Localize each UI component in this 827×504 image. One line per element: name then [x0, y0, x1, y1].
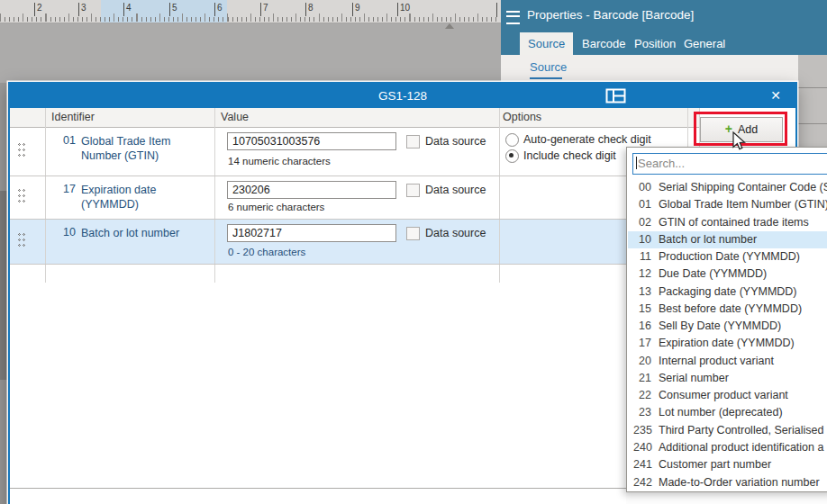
- identifier-code: 01: [54, 134, 76, 147]
- column-header-identifier: Identifier: [51, 111, 95, 123]
- drag-handle-icon[interactable]: [18, 143, 25, 159]
- tab-barcode[interactable]: Barcode: [574, 32, 633, 55]
- identifier-name: Global Trade Item Number (GTIN): [81, 134, 209, 163]
- dropdown-item[interactable]: 241Customer part number: [628, 456, 827, 473]
- dropdown-item[interactable]: 242Made-to-Order variation number: [628, 474, 827, 491]
- value-input[interactable]: [227, 181, 396, 199]
- value-hint: 14 numeric characters: [228, 156, 331, 166]
- dropdown-item[interactable]: 15Best before date (YYMMDD): [628, 301, 827, 318]
- properties-header: Properties - Barcode [Barcode] Source Ba…: [501, 0, 827, 55]
- table-row[interactable]: 17 Expiration date (YYMMDD) 6 numeric ch…: [10, 176, 700, 219]
- identifier-name: Expiration date (YYMMDD): [81, 183, 209, 212]
- dialog-title: GS1-128: [10, 89, 795, 103]
- horizontal-ruler: 2 3 4 5 6 7 8 9 10: [0, 0, 501, 23]
- tab-general[interactable]: General: [676, 32, 733, 55]
- dropdown-item[interactable]: 235Third Party Controlled, Serialised E: [628, 422, 827, 439]
- ruler-mark: 7: [260, 3, 268, 16]
- column-divider: [214, 108, 215, 283]
- dropdown-lower-edge: [626, 491, 827, 504]
- drag-handle-icon[interactable]: [18, 233, 25, 249]
- hamburger-menu-icon[interactable]: [506, 11, 520, 24]
- table-row[interactable]: 01 Global Trade Item Number (GTIN) 14 nu…: [10, 127, 700, 176]
- radio-auto-generate-check-digit[interactable]: [505, 133, 519, 147]
- data-source-checkbox[interactable]: [406, 135, 420, 148]
- ruler-mark: 3: [78, 3, 86, 16]
- data-source-checkbox[interactable]: [406, 227, 420, 240]
- dropdown-item[interactable]: 17Expiration date (YYMMDD): [628, 335, 827, 352]
- dropdown-item-selected[interactable]: 10Batch or lot number: [628, 231, 827, 248]
- dropdown-item[interactable]: 02GTIN of contained trade items: [628, 214, 827, 231]
- ruler-mark: 5: [169, 3, 177, 16]
- dropdown-item[interactable]: 01Global Trade Item Number (GTIN): [628, 196, 827, 213]
- ruler-medium-ticks: [0, 14, 501, 22]
- search-placeholder: Search...: [638, 157, 685, 170]
- identifier-code: 17: [54, 183, 76, 195]
- text-caret: [636, 157, 637, 169]
- value-hint: 0 - 20 characters: [228, 247, 305, 257]
- identifier-dropdown: Search... 00Serial Shipping Container Co…: [626, 147, 827, 492]
- dropdown-list: 00Serial Shipping Container Code (SS 01G…: [628, 179, 827, 491]
- column-header-value: Value: [221, 111, 249, 123]
- data-source-checkbox[interactable]: [406, 184, 420, 197]
- row-divider: [10, 264, 700, 265]
- table-header-row: Identifier Value Options: [10, 108, 700, 128]
- radio-label: Auto-generate check digit: [523, 133, 651, 146]
- table-row-selected[interactable]: 10 Batch or lot number 0 - 20 characters…: [10, 219, 700, 264]
- identifier-name: Batch or lot number: [81, 226, 209, 240]
- dropdown-item[interactable]: 240Additional product identification a: [628, 439, 827, 456]
- dropdown-item[interactable]: 22Consumer product variant: [628, 387, 827, 404]
- ruler-mark: 2: [34, 3, 42, 16]
- value-input[interactable]: [227, 132, 396, 150]
- ruler-mark: 10: [397, 3, 410, 16]
- identifier-code: 10: [54, 226, 76, 238]
- ruler-mark: 4: [123, 3, 132, 16]
- drag-handle-icon[interactable]: [18, 189, 25, 205]
- row-divider: [10, 176, 700, 176]
- row-divider: [10, 219, 700, 220]
- value-input[interactable]: [227, 224, 396, 242]
- dropdown-item[interactable]: 20Internal product variant: [628, 353, 827, 370]
- column-header-options: Options: [503, 111, 541, 123]
- search-input[interactable]: Search...: [632, 153, 827, 175]
- ruler-end-tick: [496, 3, 497, 17]
- mouse-cursor-icon: [732, 131, 747, 151]
- column-divider: [45, 108, 46, 283]
- dropdown-item[interactable]: 23Lot number (deprecated): [628, 404, 827, 421]
- identifier-table: Identifier Value Options 01 Global Trade…: [10, 108, 700, 283]
- dropdown-item[interactable]: 00Serial Shipping Container Code (SS: [628, 179, 827, 196]
- panel-divider: [798, 87, 827, 88]
- subtab-underline: [530, 77, 562, 79]
- radio-label: Include check digit: [523, 149, 616, 162]
- dock-window-icon[interactable]: [605, 88, 627, 104]
- properties-panel: Properties - Barcode [Barcode] Source Ba…: [501, 0, 827, 83]
- dropdown-item[interactable]: 16Sell By Date (YYMMDD): [628, 318, 827, 335]
- tab-source[interactable]: Source: [520, 32, 573, 55]
- properties-panel-title: Properties - Barcode [Barcode]: [527, 8, 694, 22]
- close-icon[interactable]: ✕: [765, 87, 786, 104]
- ruler-mark: 9: [352, 3, 360, 16]
- ruler-position-marker-icon: [445, 23, 454, 29]
- radio-include-check-digit[interactable]: [505, 149, 519, 163]
- panel-divider: [798, 123, 827, 124]
- value-hint: 6 numeric characters: [228, 202, 324, 212]
- data-source-label: Data source: [425, 184, 486, 196]
- data-source-label: Data source: [425, 227, 486, 239]
- data-source-label: Data source: [425, 135, 486, 148]
- ruler-mark: 6: [214, 3, 223, 16]
- dropdown-item[interactable]: 12Due Date (YYMMDD): [628, 266, 827, 283]
- dropdown-item[interactable]: 21Serial number: [628, 370, 827, 387]
- dropdown-item[interactable]: 11Production Date (YYMMDD): [628, 248, 827, 266]
- subtab-source[interactable]: Source: [530, 60, 567, 74]
- design-canvas-background: [0, 23, 501, 83]
- dropdown-item[interactable]: 13Packaging date (YYMMDD): [628, 284, 827, 301]
- ruler-mark: 8: [305, 3, 314, 16]
- dialog-titlebar[interactable]: GS1-128 ✕: [10, 84, 795, 108]
- column-divider: [499, 108, 500, 283]
